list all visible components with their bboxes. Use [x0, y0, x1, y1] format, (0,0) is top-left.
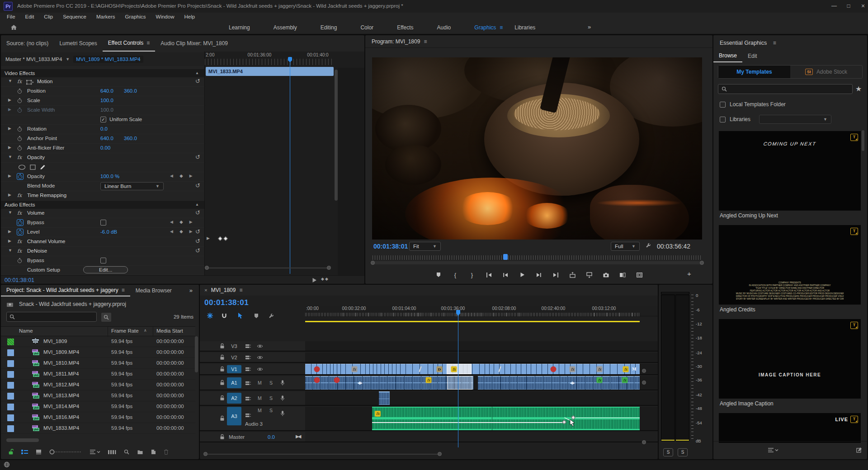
effect-row-anchor-point[interactable]: Anchor Point640.0360.0: [1, 134, 204, 144]
eg-tab-edit[interactable]: Edit: [742, 50, 763, 62]
template-thumb-angled-image-caption[interactable]: TIMAGE CAPTION HERE: [719, 319, 861, 399]
solo-track-button[interactable]: S: [269, 380, 273, 385]
effect-row-bypass[interactable]: Bypass: [1, 256, 204, 266]
label-color-chip[interactable]: [7, 393, 14, 400]
effect-row-opacity[interactable]: ▼fxOpacity↺: [1, 153, 204, 163]
project-item-mvi-1833-mp4[interactable]: MVI_1833.MP459.94 fps00:00:00:00: [1, 423, 195, 434]
maximize-button[interactable]: □: [842, 0, 855, 12]
effects-section-header[interactable]: Video Effects▲: [1, 69, 204, 77]
sync-lock-icon[interactable]: [245, 412, 251, 418]
expand-icon[interactable]: ▼: [8, 210, 12, 215]
expand-icon[interactable]: ▼: [8, 79, 12, 83]
track-content-a3[interactable]: fx: [305, 407, 658, 431]
track-lock-icon[interactable]: [220, 395, 225, 401]
mute-track-button[interactable]: M: [258, 395, 262, 401]
voiceover-record-icon[interactable]: [280, 410, 285, 416]
reset-effect-icon[interactable]: ↺: [195, 78, 200, 85]
reset-effect-icon[interactable]: ↺: [195, 247, 200, 254]
effect-row-blend-mode[interactable]: Blend ModeLinear Burn▼↺: [1, 182, 204, 191]
libraries-dropdown[interactable]: ▼: [759, 115, 831, 124]
workspace-tab-learning[interactable]: Learning: [217, 24, 262, 31]
comparison-view-button[interactable]: [617, 270, 628, 280]
export-frame-button[interactable]: [600, 270, 611, 280]
program-scrubber[interactable]: [373, 255, 702, 260]
volume-rubber-band[interactable]: [573, 418, 640, 418]
column-frame-rate[interactable]: Frame Rate: [111, 328, 139, 334]
home-icon[interactable]: [6, 23, 21, 33]
effect-row-anti-flicker-filter[interactable]: ▶Anti-flicker Filter0.00: [1, 144, 204, 153]
track-target-v2[interactable]: V2: [227, 353, 241, 361]
workspace-overflow-button[interactable]: »: [588, 24, 591, 30]
sort-direction-icon[interactable]: ∧: [144, 328, 147, 333]
minimize-button[interactable]: —: [827, 0, 841, 12]
find-button[interactable]: [124, 449, 129, 455]
toggle-track-output-icon[interactable]: [257, 343, 263, 349]
effect-row-scale[interactable]: ▶Scale100.0: [1, 96, 204, 106]
v1-clip-strip[interactable]: fxDfxfxfxfxM: [305, 364, 640, 374]
program-tab[interactable]: Program: MVI_1809: [372, 38, 420, 45]
effect-row-custom-setup[interactable]: Custom SetupEdit...: [1, 266, 204, 275]
effect-controls-ruler[interactable]: 2:0000:01:36:0000:01:40:0: [205, 59, 335, 65]
expand-icon[interactable]: ▼: [8, 248, 12, 253]
panel-tab-effect-controls[interactable]: Effect Controls≡: [103, 35, 156, 52]
a1-clip-strip[interactable]: fxfxfx◀▶◀▶: [305, 376, 640, 390]
track-lock-icon[interactable]: [220, 434, 225, 440]
toggle-track-output-icon[interactable]: [257, 355, 263, 360]
track-lock-icon[interactable]: [220, 354, 225, 360]
reset-effect-icon[interactable]: ↺: [195, 209, 200, 216]
close-button[interactable]: ×: [856, 0, 868, 12]
solo-track-button[interactable]: S: [269, 395, 273, 401]
mark-out-button[interactable]: }: [467, 270, 477, 280]
expand-icon[interactable]: ▶: [8, 229, 11, 234]
my-templates-toggle[interactable]: My Templates: [718, 66, 790, 78]
param-value[interactable]: 100.0: [100, 98, 113, 103]
param-value[interactable]: 640.0: [100, 136, 113, 141]
effect-row-scale-width[interactable]: ▶Scale Width100.0: [1, 106, 204, 115]
add-marker-button[interactable]: [433, 270, 444, 280]
param-value[interactable]: 100.0 %: [100, 174, 119, 179]
label-color-chip[interactable]: [7, 349, 14, 356]
keyframe-nav-icon[interactable]: ◆◆: [321, 277, 329, 281]
favorites-star-icon[interactable]: ★: [855, 85, 862, 93]
project-item-mvi-1814-mp4[interactable]: MVI_1814.MP459.94 fps00:00:00:00: [1, 401, 195, 412]
master-gain-value[interactable]: 0.0: [268, 434, 275, 440]
label-color-chip[interactable]: [7, 360, 14, 367]
track-lock-icon[interactable]: [220, 343, 225, 349]
scrollbar-endcap[interactable]: [642, 440, 646, 444]
solo-track-button[interactable]: S: [269, 408, 273, 413]
collapse-icon[interactable]: ▲: [195, 69, 199, 77]
effect-row-rotation[interactable]: ▶Rotation0.0: [1, 125, 204, 134]
delete-button[interactable]: [164, 449, 169, 455]
menu-graphics[interactable]: Graphics: [120, 14, 151, 19]
settings-wrench-icon[interactable]: [646, 242, 651, 248]
a3-music-clip[interactable]: fx: [372, 407, 640, 430]
effect-row-uniform-scale[interactable]: ✓Uniform Scale: [1, 115, 204, 125]
param-value[interactable]: -6.0 dB: [100, 229, 117, 235]
panel-tab-media-browser[interactable]: Media Browser: [130, 285, 177, 296]
project-item-mvi-1810-mp4[interactable]: MVI_1810.MP459.94 fps00:00:00:00: [1, 358, 195, 369]
scrollbar-endcap[interactable]: [700, 261, 704, 265]
param-value[interactable]: 360.0: [124, 88, 137, 94]
master-clip-tab[interactable]: Master * MVI_1833.MP4: [5, 56, 62, 62]
project-tab-overflow[interactable]: »: [183, 285, 199, 296]
project-item-mvi-1813-mp4[interactable]: MVI_1813.MP459.94 fps00:00:00:00: [1, 390, 195, 401]
chevron-down-icon[interactable]: ▼: [66, 57, 70, 61]
program-playhead[interactable]: [503, 254, 508, 260]
effects-section-header[interactable]: Audio Effects▲: [1, 201, 204, 209]
ellipse-mask-tool[interactable]: [18, 164, 26, 170]
stopwatch-icon[interactable]: [17, 126, 22, 132]
new-layer-icon[interactable]: [856, 447, 862, 453]
mute-track-button[interactable]: M: [258, 380, 262, 385]
sort-templates-icon[interactable]: [768, 447, 778, 453]
collapse-icon[interactable]: ▲: [195, 201, 199, 209]
track-content-v1[interactable]: fxDfxfxfxfxM: [305, 364, 658, 375]
sync-lock-icon[interactable]: [245, 395, 251, 401]
expand-icon[interactable]: ▶: [8, 126, 11, 131]
workspace-tab-color[interactable]: Color: [349, 24, 385, 31]
rect-mask-tool[interactable]: [30, 164, 36, 170]
mute-track-button[interactable]: M: [258, 408, 262, 413]
program-zoom-scrollbar[interactable]: [373, 261, 702, 264]
go-to-out-button[interactable]: [550, 270, 561, 280]
eg-tab-browse[interactable]: Browse: [713, 50, 742, 62]
track-target-a2[interactable]: A2: [227, 393, 241, 404]
